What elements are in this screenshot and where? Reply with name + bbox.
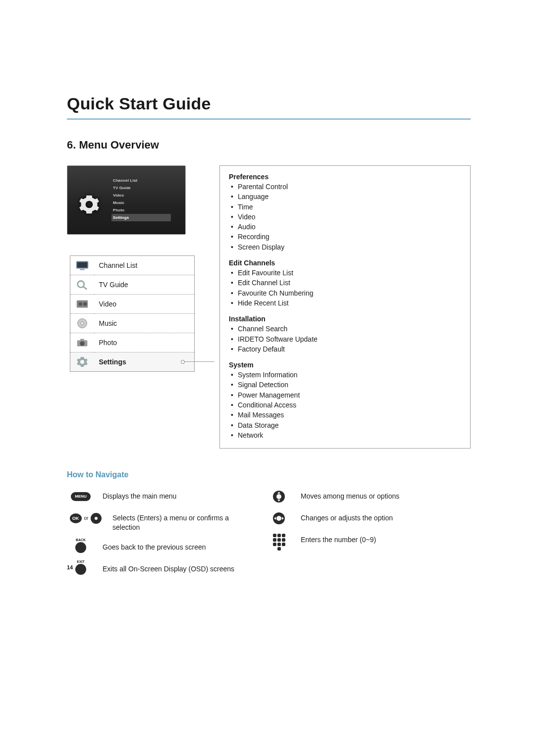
list-item: Parental Control — [229, 182, 461, 192]
navigate-right-col: Moves among menus or options Changes or … — [265, 490, 433, 585]
nav-row: OK or Selects (Enters) a menu or confirm… — [67, 512, 235, 532]
group-title: Edit Channels — [229, 259, 461, 267]
list-item: Signal Detection — [229, 380, 461, 390]
table-row: Music — [70, 314, 195, 333]
group-list: Edit Favourite List Edit Channel List Fa… — [229, 268, 461, 308]
list-item: Conditional Access — [229, 400, 461, 410]
group-title: System — [229, 361, 461, 369]
nav-row: Moves among menus or options — [265, 490, 433, 503]
ok-button-icon: OK — [70, 513, 82, 523]
nav-row: Exits all On-Screen Display (OSD) screen… — [67, 563, 235, 576]
list-item: Favourite Ch Numbering — [229, 288, 461, 298]
settings-detail-box: Preferences Parental Control Language Ti… — [219, 165, 471, 449]
list-item: Edit Channel List — [229, 278, 461, 288]
group-title: Installation — [229, 315, 461, 323]
center-button-icon — [91, 513, 102, 524]
group-title: Preferences — [229, 173, 461, 181]
or-label: or — [84, 515, 89, 522]
menu-screenshot: Channel List TV Guide Video Music Photo … — [67, 165, 186, 235]
svg-point-9 — [81, 322, 84, 325]
list-item: Power Management — [229, 390, 461, 400]
list-item: IRDETO Software Update — [229, 334, 461, 344]
table-row: Video — [70, 295, 195, 314]
dpad-horizontal-icon — [273, 512, 285, 524]
svg-point-3 — [77, 281, 84, 288]
dpad-vertical-icon — [273, 491, 285, 503]
menu-label: Music — [94, 314, 195, 333]
list-item: Time — [229, 202, 461, 212]
list-item: Channel Search — [229, 324, 461, 334]
search-icon — [74, 279, 90, 291]
nav-desc: Changes or adjusts the option — [301, 512, 433, 523]
menu-label-settings: Settings — [94, 353, 195, 372]
section-heading: 6. Menu Overview — [67, 139, 471, 151]
list-item: Factory Default — [229, 344, 461, 354]
nav-desc: Displays the main menu — [103, 490, 235, 501]
list-item: Hide Recent List — [229, 298, 461, 308]
menu-label: Channel List — [94, 256, 195, 275]
menu-label: Photo — [94, 333, 195, 353]
title-rule — [67, 118, 471, 120]
list-item: Mail Messages — [229, 410, 461, 420]
left-column: Channel List TV Guide Video Music Photo … — [67, 165, 201, 372]
svg-point-11 — [80, 341, 84, 346]
nav-desc: Enters the number (0~9) — [301, 534, 433, 545]
menu-button-icon: MENU — [71, 492, 91, 501]
nav-desc: Moves among menus or options — [301, 490, 433, 501]
list-item: Screen Display — [229, 242, 461, 252]
menu-label: TV Guide — [94, 275, 195, 295]
table-row: TV Guide — [70, 275, 195, 295]
svg-rect-12 — [80, 339, 84, 341]
menu-overview: Channel List TV Guide Video Music Photo … — [67, 165, 471, 449]
page: Quick Start Guide 6. Menu Overview Chann… — [0, 0, 535, 585]
tv-icon — [74, 259, 90, 271]
screenshot-menu-item: Channel List — [113, 177, 185, 184]
list-item: Data Storage — [229, 420, 461, 430]
screenshot-menu-item: TV Guide — [113, 184, 185, 192]
screenshot-menu-item: Video — [113, 192, 185, 199]
table-row-settings: Settings — [70, 353, 195, 372]
gear-icon — [78, 194, 100, 215]
list-item: System Information — [229, 370, 461, 380]
page-title: Quick Start Guide — [67, 94, 471, 113]
group-list: Channel Search IRDETO Software Update Fa… — [229, 324, 461, 354]
screenshot-menu-list: Channel List TV Guide Video Music Photo … — [113, 177, 185, 221]
nav-row: Enters the number (0~9) — [265, 534, 433, 551]
svg-point-7 — [83, 302, 87, 306]
disc-icon — [74, 317, 90, 329]
nav-desc: Goes back to the previous screen — [103, 541, 235, 552]
group-list: System Information Signal Detection Powe… — [229, 370, 461, 440]
list-item: Network — [229, 430, 461, 440]
navigate-grid: MENU Displays the main menu OK or Select… — [67, 490, 471, 585]
group-list: Parental Control Language Time Video Aud… — [229, 182, 461, 252]
nav-row: Changes or adjusts the option — [265, 512, 433, 525]
exit-button-icon — [75, 564, 86, 575]
gear-icon — [74, 356, 90, 368]
list-item: Video — [229, 212, 461, 222]
nav-desc: Exits all On-Screen Display (OSD) screen… — [103, 563, 235, 574]
svg-rect-2 — [80, 269, 84, 270]
navigate-left-col: MENU Displays the main menu OK or Select… — [67, 490, 235, 585]
how-to-navigate-heading: How to Navigate — [67, 470, 471, 479]
screenshot-menu-item-selected: Settings — [111, 214, 171, 221]
page-number: 14 — [67, 564, 73, 585]
back-button-icon — [75, 542, 86, 553]
menu-label: Video — [94, 295, 195, 314]
svg-point-6 — [78, 302, 82, 306]
numpad-icon — [273, 534, 285, 551]
nav-row: MENU Displays the main menu — [67, 490, 235, 503]
svg-line-4 — [83, 287, 87, 290]
list-item: Edit Favourite List — [229, 268, 461, 278]
list-item: Audio — [229, 222, 461, 232]
menu-table: Channel List TV Guide Video — [70, 255, 195, 372]
camera-icon — [74, 337, 90, 349]
table-row: Channel List — [70, 256, 195, 275]
nav-row: Goes back to the previous screen — [67, 541, 235, 554]
svg-rect-1 — [77, 262, 87, 267]
table-row: Photo — [70, 333, 195, 353]
screenshot-menu-item: Photo — [113, 206, 185, 214]
list-item: Language — [229, 192, 461, 202]
nav-desc: Selects (Enters) a menu or confirms a se… — [112, 512, 235, 532]
list-item: Recording — [229, 232, 461, 242]
film-icon — [74, 298, 90, 310]
